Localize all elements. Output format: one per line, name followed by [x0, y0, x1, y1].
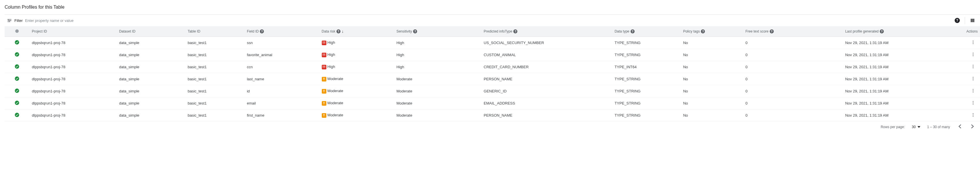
table-row: dlppsbqrun1-proj-78data_simplebasic_test…	[5, 61, 980, 73]
header-free-text-score[interactable]: Free text score ?	[743, 26, 843, 37]
svg-point-13	[973, 77, 974, 78]
header-project-id[interactable]: Project ID	[30, 26, 117, 37]
cell-datatype: TYPE_STRING	[612, 37, 681, 49]
column-display-button[interactable]	[970, 17, 975, 23]
cell-datatype: TYPE_STRING	[612, 85, 681, 97]
cell-table-id: basic_test1	[185, 37, 245, 49]
prev-page-button[interactable]	[957, 124, 963, 129]
cell-free-text-score: 0	[743, 85, 843, 97]
cell-dataset-id: data_simple	[117, 37, 185, 49]
cell-free-text-score: 0	[743, 110, 843, 121]
cell-infotype: CUSTOM_ANIMAL	[481, 49, 612, 61]
cell-datatype: TYPE_STRING	[612, 110, 681, 121]
row-actions-button[interactable]	[971, 78, 978, 82]
cell-free-text-score: 0	[743, 61, 843, 73]
cell-dataset-id: data_simple	[117, 110, 185, 121]
cell-infotype: PERSON_NAME	[481, 110, 612, 121]
svg-point-15	[973, 79, 974, 80]
svg-point-3	[973, 43, 974, 44]
cell-field-id: favorite_animal	[245, 49, 320, 61]
help-icon: ?	[955, 18, 960, 23]
table-row: dlppsbqrun1-proj-78data_simplebasic_test…	[5, 110, 980, 121]
row-actions-button[interactable]	[971, 41, 978, 46]
cell-project-id: dlppsbqrun1-proj-78	[30, 97, 117, 110]
row-actions-button[interactable]	[971, 53, 978, 57]
cell-dataset-id: data_simple	[117, 61, 185, 73]
row-actions-button[interactable]	[971, 89, 978, 94]
cell-sensitivity: Moderate	[394, 73, 481, 85]
cell-data-risk: !!Moderate	[320, 85, 395, 97]
filter-input[interactable]	[25, 18, 111, 23]
help-icon: ?	[701, 29, 705, 33]
svg-point-12	[15, 76, 19, 81]
rows-per-page-select[interactable]: 30	[912, 125, 920, 129]
more-vert-icon	[971, 52, 975, 57]
cell-field-id: email	[245, 97, 320, 110]
svg-point-17	[973, 89, 974, 90]
cell-data-risk: !!Moderate	[320, 97, 395, 110]
cell-infotype: EMAIL_ADDRESS	[481, 97, 612, 110]
header-field-id[interactable]: Field ID ?	[245, 26, 320, 37]
status-success-icon	[14, 88, 19, 93]
status-dot-icon	[15, 29, 19, 33]
cell-datatype: TYPE_STRING	[612, 49, 681, 61]
header-data-risk[interactable]: Data risk ? ↓	[320, 26, 395, 37]
cell-data-risk: !!!High	[320, 49, 395, 61]
header-data-type[interactable]: Data type ?	[612, 26, 681, 37]
cell-last-profile: Nov 29, 2021, 1:31:19 AM	[843, 110, 949, 121]
more-vert-icon	[971, 64, 975, 69]
cell-last-profile: Nov 29, 2021, 1:31:19 AM	[843, 97, 949, 110]
header-sensitivity[interactable]: Sensitivity ?	[394, 26, 481, 37]
divider	[965, 17, 965, 24]
svg-point-0	[15, 40, 19, 45]
filter-icon	[7, 18, 12, 23]
more-vert-icon	[971, 76, 975, 81]
help-button[interactable]: ?	[955, 17, 960, 23]
cell-field-id: ssn	[245, 37, 320, 49]
table-row: dlppsbqrun1-proj-78data_simplebasic_test…	[5, 85, 980, 97]
cell-project-id: dlppsbqrun1-proj-78	[30, 61, 117, 73]
help-icon: ?	[770, 29, 774, 33]
svg-point-1	[973, 41, 974, 41]
header-dataset-id[interactable]: Dataset ID	[117, 26, 185, 37]
row-actions-button[interactable]	[971, 65, 978, 70]
cell-policy-tags: No	[681, 97, 743, 110]
header-predicted-infotype[interactable]: Predicted infoType ?	[481, 26, 612, 37]
risk-badge-icon: !!!	[322, 41, 326, 45]
cell-field-id: last_name	[245, 73, 320, 85]
svg-point-7	[973, 55, 974, 56]
svg-point-22	[973, 102, 974, 103]
cell-datatype: TYPE_STRING	[612, 73, 681, 85]
header-status[interactable]	[5, 26, 30, 37]
header-actions: Actions	[949, 26, 980, 37]
cell-free-text-score: 0	[743, 37, 843, 49]
cell-data-risk: !!Moderate	[320, 110, 395, 121]
cell-policy-tags: No	[681, 73, 743, 85]
cell-last-profile: Nov 29, 2021, 1:31:19 AM	[843, 73, 949, 85]
header-last-profile[interactable]: Last profile generated ?	[843, 26, 949, 37]
more-vert-icon	[971, 40, 975, 45]
header-policy-tags[interactable]: Policy tags ?	[681, 26, 743, 37]
cell-datatype: TYPE_INT64	[612, 61, 681, 73]
cell-project-id: dlppsbqrun1-proj-78	[30, 73, 117, 85]
cell-last-profile: Nov 29, 2021, 1:31:19 AM	[843, 61, 949, 73]
cell-field-id: id	[245, 85, 320, 97]
risk-badge-icon: !!	[322, 77, 326, 81]
svg-point-26	[973, 114, 974, 116]
cell-sensitivity: Moderate	[394, 110, 481, 121]
svg-point-20	[15, 101, 19, 105]
table-row: dlppsbqrun1-proj-78data_simplebasic_test…	[5, 49, 980, 61]
row-actions-button[interactable]	[971, 114, 978, 118]
help-icon: ?	[513, 29, 517, 33]
next-page-button[interactable]	[970, 124, 975, 129]
svg-point-23	[973, 104, 974, 105]
filter-label: Filter	[14, 18, 23, 23]
cell-sensitivity: High	[394, 37, 481, 49]
cell-table-id: basic_test1	[185, 73, 245, 85]
cell-dataset-id: data_simple	[117, 49, 185, 61]
cell-sensitivity: Moderate	[394, 97, 481, 110]
more-vert-icon	[971, 88, 975, 93]
status-success-icon	[14, 76, 19, 81]
header-table-id[interactable]: Table ID	[185, 26, 245, 37]
row-actions-button[interactable]	[971, 102, 978, 106]
